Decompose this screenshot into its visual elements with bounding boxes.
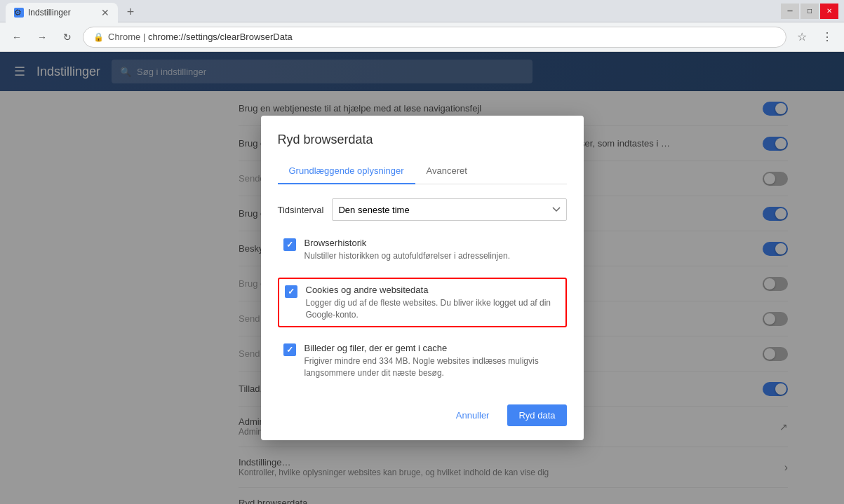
cookies-option-row: Cookies og andre websitedata Logger dig …: [278, 278, 567, 328]
time-interval-row: Tidsinterval Den seneste time: [278, 198, 567, 221]
time-interval-select[interactable]: Den seneste time: [332, 198, 566, 221]
cancel-button[interactable]: Annuller: [445, 404, 501, 426]
history-option-text: Browserhistorik Nulstiller historikken o…: [304, 238, 561, 262]
tab-favicon: ⚙: [14, 8, 24, 18]
cache-option-title: Billeder og filer, der er gemt i cache: [304, 343, 561, 353]
url-full: chrome://settings/clearBrowserData: [148, 32, 293, 42]
titlebar: ⚙ Indstillinger ✕ + ─ □ ✕: [0, 0, 844, 22]
history-option-row: Browserhistorik Nulstiller historikken o…: [278, 232, 567, 268]
secure-icon: 🔒: [93, 32, 104, 42]
cache-option-text: Billeder og filer, der er gemt i cache F…: [304, 343, 561, 379]
tab-basic[interactable]: Grundlæggende oplysninger: [278, 158, 415, 184]
cookies-option-text: Cookies og andre websitedata Logger dig …: [306, 285, 560, 321]
tab-close-button[interactable]: ✕: [101, 7, 109, 18]
history-checkbox[interactable]: [283, 238, 296, 251]
clear-browser-data-dialog: Ryd browserdata Grundlæggende oplysninge…: [261, 116, 584, 440]
reload-button[interactable]: ↻: [58, 27, 77, 47]
time-interval-label: Tidsinterval: [278, 205, 324, 215]
maximize-button[interactable]: □: [801, 4, 819, 19]
chrome-menu-button[interactable]: ⋮: [817, 27, 837, 47]
tab-advanced[interactable]: Avanceret: [415, 158, 478, 184]
cookies-option-desc: Logger dig ud af de fleste websites. Du …: [306, 297, 560, 321]
settings-page: ☰ Indstillinger 🔍 Søg i indstillinger Br…: [0, 52, 844, 504]
window-controls: ─ □ ✕: [781, 4, 838, 19]
active-tab[interactable]: ⚙ Indstillinger ✕: [6, 3, 118, 22]
cache-checkbox[interactable]: [283, 343, 296, 356]
dialog-tabs: Grundlæggende oplysninger Avanceret: [278, 158, 567, 184]
close-button[interactable]: ✕: [820, 4, 838, 19]
tab-title: Indstillinger: [28, 8, 71, 18]
url-chrome-part: Chrome: [108, 32, 140, 42]
bookmark-star[interactable]: ☆: [792, 27, 812, 47]
history-option-title: Browserhistorik: [304, 238, 561, 248]
minimize-button[interactable]: ─: [781, 4, 799, 19]
dialog-title: Ryd browserdata: [278, 132, 567, 147]
dialog-actions: Annuller Ryd data: [278, 399, 567, 426]
forward-button[interactable]: →: [32, 27, 52, 47]
tab-strip: ⚙ Indstillinger ✕ +: [6, 0, 140, 22]
cache-option-desc: Frigiver mindre end 334 MB. Nogle websit…: [304, 355, 561, 379]
cookies-option-title: Cookies og andre websitedata: [306, 285, 560, 295]
new-tab-button[interactable]: +: [121, 3, 140, 22]
confirm-clear-button[interactable]: Ryd data: [507, 404, 566, 426]
address-bar: ← → ↻ 🔒 Chrome | chrome://settings/clear…: [0, 22, 844, 52]
address-input[interactable]: 🔒 Chrome | chrome://settings/clearBrowse…: [83, 27, 786, 48]
dialog-overlay: Ryd browserdata Grundlæggende oplysninge…: [0, 52, 844, 504]
back-button[interactable]: ←: [7, 27, 27, 47]
cache-option-row: Billeder og filer, der er gemt i cache F…: [278, 337, 567, 385]
url-separator: |: [143, 32, 148, 42]
url-display: Chrome | chrome://settings/clearBrowserD…: [108, 32, 293, 42]
cookies-checkbox[interactable]: [285, 285, 297, 298]
history-option-desc: Nulstiller historikken og autofuldførels…: [304, 250, 561, 262]
